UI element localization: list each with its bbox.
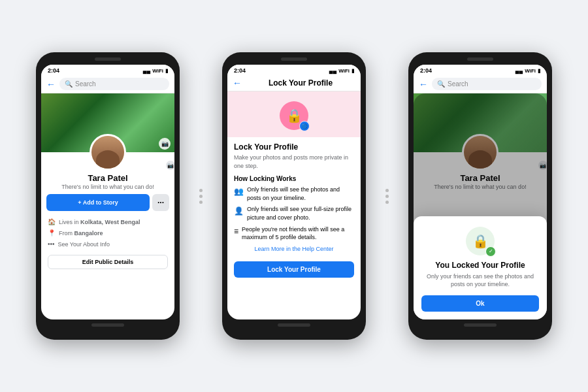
separator-dots-1 — [199, 189, 203, 204]
battery-icon-3: ▮ — [538, 68, 540, 74]
phone-home-btn-1 — [91, 323, 124, 327]
detail-lives-text: Lives in Kolkata, West Bengal — [59, 219, 140, 225]
phone-1-screen: 2:04 ▄▄ WiFi ▮ ← 🔍 Search 📷 — [41, 65, 174, 319]
feature-text-1: Only friends will see the photos and pos… — [247, 186, 354, 202]
status-time-2: 2:04 — [234, 67, 246, 74]
phone-1: 2:04 ▄▄ WiFi ▮ ← 🔍 Search 📷 — [36, 52, 180, 340]
camera-icon-avatar[interactable]: 📷 — [165, 160, 174, 171]
search-placeholder-1: Search — [75, 80, 96, 88]
phone-speaker-2 — [281, 57, 307, 61]
avatar-wrap: 📷 — [41, 134, 174, 171]
lock-feature-2: 👤 Only friends will see your full-size p… — [234, 205, 354, 221]
phone-home-btn-2 — [278, 323, 310, 327]
locked-dialog: 🔒 ✓ You Locked Your Profile Only your fr… — [414, 216, 547, 319]
dot — [199, 189, 203, 192]
locked-check-badge: ✓ — [485, 246, 496, 257]
dot — [199, 201, 203, 204]
home-icon: 🏠 — [48, 218, 56, 225]
feature-text-2: Only friends will see your full-size pro… — [247, 205, 354, 221]
profile-name-1: Tara Patel — [48, 173, 168, 183]
back-button-1[interactable]: ← — [46, 79, 56, 90]
profile-actions-1: + Add to Story ··· — [41, 190, 174, 215]
search-icon-3: 🔍 — [437, 80, 445, 88]
wifi-icon-2: WiFi — [338, 68, 350, 74]
wifi-icon: WiFi — [152, 68, 163, 74]
wifi-icon-3: WiFi — [525, 68, 536, 74]
locked-desc: Only your friends can see the photos and… — [421, 272, 539, 289]
dot — [199, 195, 203, 198]
nav-bar-3: ← 🔍 Search — [414, 75, 547, 93]
locked-icon-wrap: 🔒 ✓ — [421, 227, 539, 255]
search-icon-1: 🔍 — [65, 80, 73, 88]
people-icon-1: 👥 — [234, 186, 244, 197]
search-bar-1[interactable]: 🔍 Search — [59, 78, 169, 90]
battery-icon-2: ▮ — [351, 68, 354, 74]
more-button[interactable]: ··· — [152, 194, 169, 211]
lock-profile-button[interactable]: Lock Your Profile — [234, 261, 354, 278]
nav-bar-2: ← Lock Your Profile — [227, 75, 361, 91]
back-button-3[interactable]: ← — [419, 79, 428, 90]
lock-screen: 🔒 🔵 Lock Your Profile Make your photos a… — [227, 91, 361, 319]
signal-icon-3: ▄▄ — [515, 68, 523, 74]
search-bar-3[interactable]: 🔍 Search — [432, 78, 542, 90]
lock-feature-1: 👥 Only friends will see the photos and p… — [234, 186, 354, 202]
phone-2: 2:04 ▄▄ WiFi ▮ ← Lock Your Profile 🔒 🔵 L… — [222, 52, 366, 340]
status-icons-1: ▄▄ WiFi ▮ — [143, 68, 168, 74]
lock-hero: 🔒 🔵 — [227, 91, 361, 137]
phone-home-btn-3 — [464, 323, 497, 327]
edit-public-button[interactable]: Edit Public Details — [48, 255, 168, 269]
person-icon-2: 👤 — [234, 206, 244, 217]
status-bar-2: 2:04 ▄▄ WiFi ▮ — [227, 65, 361, 75]
profile-tagline-1: There's no limit to what you can do! — [48, 184, 168, 190]
status-icons-2: ▄▄ WiFi ▮ — [329, 68, 354, 74]
detail-from: 📍 From Bangalore — [48, 227, 168, 238]
search-placeholder-3: Search — [448, 80, 468, 88]
nav-title-2: Lock Your Profile — [246, 78, 355, 88]
status-bar-3: 2:04 ▄▄ WiFi ▮ — [414, 65, 547, 75]
list-icon-3: ≡ — [234, 226, 238, 237]
phone-3-screen: 2:04 ▄▄ WiFi ▮ ← 🔍 Search — [414, 65, 547, 319]
location-icon: 📍 — [48, 229, 56, 237]
add-story-button[interactable]: + Add to Story — [46, 194, 150, 211]
lock-badge: 🔵 — [299, 121, 310, 131]
battery-icon: ▮ — [165, 68, 168, 74]
phone-speaker-1 — [95, 57, 121, 61]
nav-bar-1: ← 🔍 Search — [41, 75, 174, 93]
phone-2-screen: 2:04 ▄▄ WiFi ▮ ← Lock Your Profile 🔒 🔵 L… — [227, 65, 361, 319]
profile-info-1: Tara Patel There's no limit to what you … — [41, 171, 174, 190]
status-bar-1: 2:04 ▄▄ WiFi ▮ — [41, 65, 174, 75]
locked-title: You Locked Your Profile — [421, 261, 539, 270]
lock-heading: Lock Your Profile — [234, 142, 354, 152]
back-button-2[interactable]: ← — [233, 78, 242, 88]
locked-icon-circle: 🔒 ✓ — [466, 227, 495, 255]
help-center-link[interactable]: Learn More in the Help Center — [234, 246, 354, 252]
avatar-face — [91, 136, 124, 169]
more-dots-icon: ••• — [48, 240, 55, 248]
separator-dots-2 — [385, 189, 389, 204]
dot — [385, 195, 389, 198]
status-icons-3: ▄▄ WiFi ▮ — [515, 68, 540, 74]
avatar-silhouette — [96, 150, 120, 170]
lock-content: Lock Your Profile Make your photos and p… — [227, 137, 361, 261]
profile-details: 🏠 Lives in Kolkata, West Bengal 📍 From B… — [41, 215, 174, 251]
how-heading: How Locking Works — [234, 175, 354, 182]
ok-button[interactable]: Ok — [421, 295, 539, 312]
phone-speaker-3 — [467, 57, 493, 61]
dot — [385, 189, 389, 192]
dot — [385, 201, 389, 204]
detail-from-text: From Bangalore — [59, 230, 103, 237]
detail-lives: 🏠 Lives in Kolkata, West Bengal — [48, 216, 168, 227]
feature-text-3: People you're not friends with will see … — [242, 225, 354, 242]
signal-icon: ▄▄ — [143, 68, 150, 74]
signal-icon-2: ▄▄ — [329, 68, 336, 74]
lock-description: Make your photos and posts more private … — [234, 154, 354, 170]
phone-3: 2:04 ▄▄ WiFi ▮ ← 🔍 Search — [408, 52, 552, 340]
status-time-3: 2:04 — [420, 67, 432, 74]
status-time-1: 2:04 — [48, 67, 59, 74]
avatar-1 — [90, 134, 126, 171]
detail-about-text: See Your About Info — [58, 241, 110, 248]
detail-about[interactable]: ••• See Your About Info — [48, 238, 168, 250]
lock-icon: 🔒 🔵 — [280, 101, 308, 130]
locked-screen: 📷 Tara Patel There's no limit to what yo… — [414, 93, 547, 319]
lock-feature-3: ≡ People you're not friends with will se… — [234, 225, 354, 242]
